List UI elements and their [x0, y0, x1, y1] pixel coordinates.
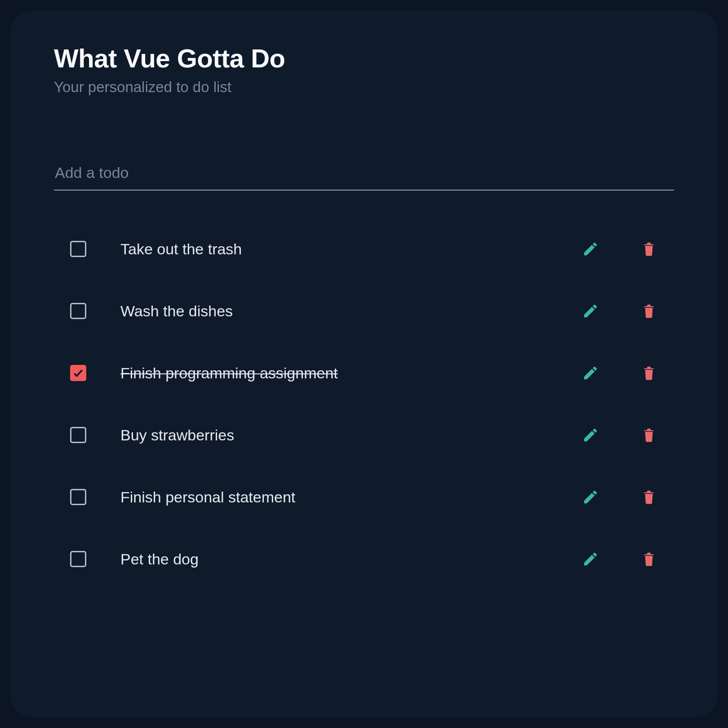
delete-button[interactable] — [640, 488, 658, 506]
edit-button[interactable] — [582, 302, 599, 320]
todo-row: Finish personal statement — [70, 488, 658, 506]
todo-label: Take out the trash — [120, 240, 571, 258]
todo-label: Finish programming assignment — [120, 364, 571, 382]
todo-row: Buy strawberries — [70, 426, 658, 444]
todo-actions — [582, 488, 658, 506]
delete-button[interactable] — [640, 302, 658, 320]
delete-button[interactable] — [640, 426, 658, 444]
todo-checkbox[interactable] — [70, 365, 86, 381]
app-card: What Vue Gotta Do Your personalized to d… — [11, 11, 717, 717]
todo-row: Finish programming assignment — [70, 364, 658, 382]
todo-actions — [582, 550, 658, 568]
pencil-icon — [582, 550, 599, 568]
edit-button[interactable] — [582, 426, 599, 444]
add-todo-field-wrap — [54, 159, 674, 191]
check-icon — [72, 367, 84, 379]
todo-label: Buy strawberries — [120, 426, 571, 444]
todo-checkbox[interactable] — [70, 427, 86, 443]
todo-actions — [582, 240, 658, 258]
delete-button[interactable] — [640, 364, 658, 382]
delete-button[interactable] — [640, 550, 658, 568]
trash-icon — [641, 550, 657, 568]
todo-actions — [582, 426, 658, 444]
todo-actions — [582, 364, 658, 382]
pencil-icon — [582, 240, 599, 257]
trash-icon — [641, 488, 657, 506]
todo-checkbox[interactable] — [70, 489, 86, 505]
page-subtitle: Your personalized to do list — [54, 79, 674, 96]
todo-label: Wash the dishes — [120, 302, 571, 320]
add-todo-input[interactable] — [54, 159, 674, 190]
pencil-icon — [582, 488, 599, 506]
trash-icon — [641, 240, 657, 257]
todo-checkbox[interactable] — [70, 241, 86, 257]
pencil-icon — [582, 364, 599, 382]
trash-icon — [641, 302, 657, 320]
page-title: What Vue Gotta Do — [54, 43, 674, 73]
pencil-icon — [582, 426, 599, 444]
edit-button[interactable] — [582, 488, 599, 506]
todo-checkbox[interactable] — [70, 551, 86, 567]
edit-button[interactable] — [582, 240, 599, 258]
pencil-icon — [582, 302, 599, 320]
todo-checkbox[interactable] — [70, 303, 86, 319]
trash-icon — [641, 426, 657, 444]
todo-row: Take out the trash — [70, 240, 658, 258]
edit-button[interactable] — [582, 550, 599, 568]
todo-list: Take out the trashWash the dishesFinish … — [54, 240, 674, 568]
todo-row: Pet the dog — [70, 550, 658, 568]
todo-label: Pet the dog — [120, 550, 571, 568]
todo-actions — [582, 302, 658, 320]
trash-icon — [641, 364, 657, 382]
edit-button[interactable] — [582, 364, 599, 382]
todo-row: Wash the dishes — [70, 302, 658, 320]
delete-button[interactable] — [640, 240, 658, 258]
todo-label: Finish personal statement — [120, 488, 571, 506]
